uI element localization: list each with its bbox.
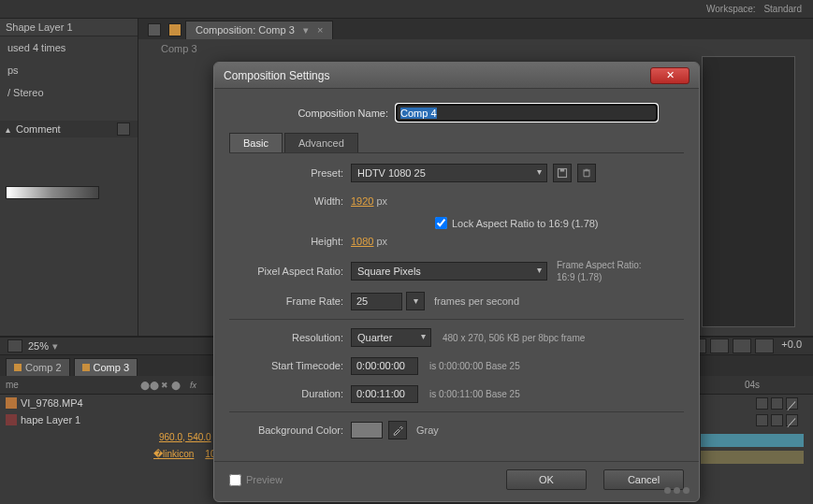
tab-advanced[interactable]: Advanced <box>284 133 358 152</box>
bg-color-swatch[interactable] <box>351 422 383 439</box>
tab-close-icon[interactable]: × <box>317 24 323 36</box>
app-toolbar: Workspace: Standard <box>0 0 813 19</box>
lock-aspect-checkbox[interactable] <box>435 217 447 229</box>
duration-input[interactable] <box>351 385 418 403</box>
far-value: 16:9 (1.78) <box>557 272 602 282</box>
layer-color-swatch[interactable] <box>6 414 17 425</box>
viewer-tool-icon[interactable] <box>7 339 22 353</box>
layer-bar[interactable] <box>701 451 804 464</box>
workspace-value[interactable]: Standard <box>763 4 802 14</box>
svg-rect-1 <box>560 169 565 172</box>
preset-select[interactable]: HDTV 1080 25 <box>351 164 547 182</box>
tab-basic[interactable]: Basic <box>229 133 283 152</box>
switch-icon[interactable] <box>756 397 768 410</box>
viewer-icon-5[interactable] <box>755 338 774 353</box>
exposure-value[interactable]: +0.0 <box>777 338 806 353</box>
save-icon <box>557 167 568 179</box>
layer-name[interactable]: VI_9768.MP4 <box>21 397 83 409</box>
bg-color-name: Gray <box>416 425 439 436</box>
delete-preset-button[interactable] <box>577 164 596 182</box>
switch-icon[interactable]: ／ <box>786 397 798 410</box>
layer-name[interactable]: hape Layer 1 <box>21 414 80 425</box>
viewer-icon-3[interactable] <box>710 338 729 353</box>
comp-breadcrumb[interactable]: Comp 3 <box>138 39 813 54</box>
switch-icon[interactable] <box>771 414 783 426</box>
px-unit: px <box>376 195 387 207</box>
tab-comp-2[interactable]: Comp 2 <box>6 358 70 376</box>
eyedropper-icon <box>392 425 403 436</box>
panel-menu-icon[interactable] <box>117 122 130 136</box>
preview-label: Preview <box>246 474 283 485</box>
far-label: Frame Aspect Ratio: <box>557 260 642 270</box>
start-timecode-input[interactable] <box>351 357 418 375</box>
duration-label: Duration: <box>229 388 351 399</box>
resolution-select[interactable]: Quarter <box>351 328 431 347</box>
tab-dropdown-icon[interactable]: ▾ <box>303 24 309 36</box>
start-timecode-info: is 0:00:00:00 Base 25 <box>429 361 520 371</box>
height-label: Height: <box>229 236 351 247</box>
comp-viewer[interactable] <box>702 56 795 327</box>
viewer-tab-bar: Composition: Comp 3 ▾ × <box>138 19 813 39</box>
height-value[interactable]: 1080 <box>351 236 373 247</box>
usage-info: used 4 times <box>0 36 138 59</box>
close-button[interactable]: ✕ <box>650 67 690 84</box>
bg-color-label: Background Color: <box>229 425 351 436</box>
tab-comp-3[interactable]: Comp 3 <box>74 358 138 376</box>
par-select[interactable]: Square Pixels <box>351 262 547 281</box>
switch-icon[interactable]: ／ <box>786 414 798 426</box>
fps-unit: frames per second <box>434 295 519 307</box>
resize-grip[interactable] <box>664 487 690 494</box>
viewer-tab[interactable]: Composition: Comp 3 ▾ × <box>185 21 333 39</box>
layer-bar[interactable] <box>701 434 804 447</box>
zoom-value[interactable]: 25% <box>28 340 49 352</box>
framerate-input[interactable] <box>351 293 402 310</box>
zoom-dropdown-icon[interactable]: ▾ <box>52 340 58 353</box>
start-timecode-label: Start Timecode: <box>229 360 351 371</box>
comment-header[interactable]: Comment <box>16 123 61 135</box>
workspace-label: Workspace: <box>706 4 756 14</box>
switch-icon[interactable] <box>771 397 783 410</box>
switch-icon[interactable] <box>756 414 768 426</box>
viewer-icon-4[interactable] <box>733 338 751 353</box>
time-ruler[interactable]: 04s <box>701 376 804 390</box>
dialog-title: Composition Settings <box>224 69 329 82</box>
name-column-header[interactable]: me <box>6 380 19 390</box>
resolution-info: 480 x 270, 506 KB per 8bpc frame <box>443 333 585 343</box>
panel-caption[interactable]: Shape Layer 1 <box>0 19 138 36</box>
comp-icon <box>168 23 181 36</box>
resolution-label: Resolution: <box>229 332 351 343</box>
settings-tabs: Basic Advanced <box>229 133 684 153</box>
width-value[interactable]: 1920 <box>351 195 373 207</box>
preview-checkbox[interactable] <box>229 474 241 486</box>
ps-info: ps <box>0 59 138 81</box>
preset-label: Preset: <box>229 167 351 179</box>
comp-name-input[interactable] <box>396 104 658 122</box>
stereo-info: / Stereo <box>0 81 138 104</box>
eyedropper-button[interactable] <box>388 421 407 439</box>
framerate-dropdown-button[interactable]: ▾ <box>406 292 425 310</box>
par-label: Pixel Aspect Ratio: <box>229 266 351 277</box>
duration-info: is 0:00:11:00 Base 25 <box>429 389 520 399</box>
ok-button[interactable]: OK <box>506 469 587 490</box>
dialog-title-bar[interactable]: Composition Settings ✕ <box>214 63 699 89</box>
comp-name-label: Composition Name: <box>255 108 396 119</box>
gradient-preview <box>6 186 99 199</box>
panel-grip-icon[interactable] <box>148 23 161 36</box>
framerate-label: Frame Rate: <box>229 295 351 307</box>
save-preset-button[interactable] <box>553 164 572 182</box>
width-label: Width: <box>229 195 351 207</box>
trash-icon <box>581 167 592 179</box>
composition-settings-dialog: Composition Settings ✕ Composition Name:… <box>213 62 700 502</box>
layer-color-swatch[interactable] <box>6 397 17 409</box>
lock-aspect-label: Lock Aspect Ratio to 16:9 (1.78) <box>452 218 599 229</box>
